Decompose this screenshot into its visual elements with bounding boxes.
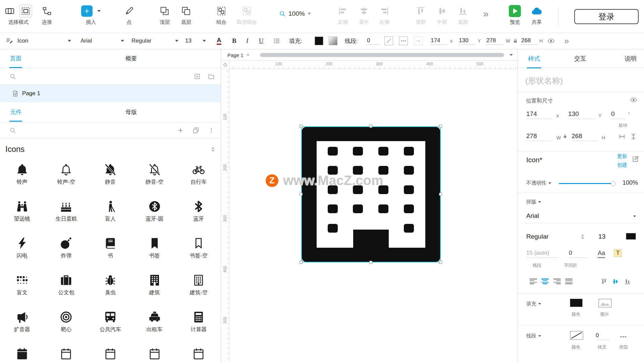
letter-spacing-input[interactable]: 0 bbox=[569, 250, 588, 258]
library-item-bookmark[interactable]: 书签 bbox=[132, 234, 177, 270]
library-item-bluetooth[interactable]: 蓝牙-圆 bbox=[132, 197, 177, 234]
group-button[interactable]: 组合 bbox=[216, 4, 226, 25]
library-item-binoculars[interactable]: 望远镜 bbox=[0, 197, 44, 234]
tab-masters[interactable]: 母版 bbox=[125, 108, 137, 116]
canvas-tab-page1[interactable]: Page 1 × bbox=[224, 49, 253, 61]
resize-handle-s[interactable] bbox=[369, 261, 372, 264]
library-item-bookmark-o[interactable]: 书签-空 bbox=[176, 234, 221, 270]
fill-gradient-swatch[interactable] bbox=[329, 37, 337, 45]
more-options-icon[interactable] bbox=[208, 127, 215, 134]
fill-color-swatch[interactable] bbox=[570, 299, 583, 307]
resize-handle-n[interactable] bbox=[369, 125, 372, 128]
tab-style[interactable]: 样式 bbox=[528, 55, 540, 63]
duplicate-icon[interactable] bbox=[193, 127, 199, 134]
lock-ratio-button[interactable] bbox=[513, 38, 518, 44]
insert-button[interactable]: 插入 bbox=[81, 4, 101, 25]
valign-bottom-button[interactable] bbox=[624, 278, 631, 285]
tab-components[interactable]: 元件 bbox=[10, 108, 21, 116]
library-item-calendar-o[interactable] bbox=[132, 344, 177, 362]
lock-ratio-button[interactable] bbox=[562, 134, 568, 139]
font-weight-select[interactable]: Regular bbox=[131, 38, 178, 44]
format-overflow-button[interactable]: » bbox=[564, 36, 569, 46]
library-item-briefcase[interactable]: 公文包 bbox=[44, 270, 89, 307]
library-item-blind[interactable]: 盲人 bbox=[88, 197, 132, 234]
y-input[interactable]: 130 bbox=[568, 110, 595, 119]
h-input[interactable]: 268 bbox=[572, 132, 598, 141]
library-item-bell-o[interactable]: 铃声-空 bbox=[44, 160, 89, 197]
line-section-label[interactable]: 线段 bbox=[526, 333, 541, 339]
visibility-button[interactable] bbox=[547, 37, 555, 45]
italic-button[interactable]: I bbox=[246, 37, 248, 45]
add-folder-icon[interactable] bbox=[208, 73, 215, 80]
tab-interaction[interactable]: 交互 bbox=[574, 55, 586, 63]
text-align-right-button[interactable] bbox=[553, 279, 561, 284]
text-align-center-button[interactable] bbox=[541, 279, 549, 284]
library-item-calendar-minus[interactable] bbox=[88, 344, 132, 362]
text-case-button[interactable]: Aa bbox=[598, 250, 605, 258]
library-item-bullhorn[interactable]: 扩音器 bbox=[0, 307, 44, 344]
select-contain-button[interactable] bbox=[19, 5, 32, 17]
library-item-bell-slash-o[interactable]: 静音-空 bbox=[132, 160, 177, 197]
fit-width-button[interactable] bbox=[619, 133, 626, 140]
font-family-select[interactable]: Arial bbox=[526, 212, 539, 220]
library-item-bluetooth-b[interactable]: 蓝牙 bbox=[176, 197, 221, 234]
line-style-swatch[interactable] bbox=[399, 37, 408, 45]
ruler-origin-button[interactable] bbox=[221, 61, 229, 69]
tab-list-caret-icon[interactable] bbox=[509, 54, 513, 56]
valign-middle-button[interactable] bbox=[612, 278, 619, 285]
close-icon[interactable]: × bbox=[247, 52, 250, 58]
tab-notes[interactable]: 说明 bbox=[625, 55, 637, 63]
h-input[interactable]: 268 bbox=[521, 37, 538, 45]
library-item-bus[interactable]: 公共汽车 bbox=[88, 307, 132, 344]
x-input[interactable]: 174 bbox=[430, 37, 447, 45]
resize-handle-w[interactable] bbox=[300, 193, 303, 196]
typography-section-label[interactable]: 排版 bbox=[526, 199, 541, 205]
library-item-braille[interactable]: 盲文 bbox=[0, 270, 44, 307]
bullet-list-button[interactable] bbox=[273, 37, 280, 45]
point-tool-button[interactable]: 点 bbox=[124, 4, 134, 25]
font-weight-select[interactable]: Regular bbox=[526, 233, 549, 240]
resize-handle-e[interactable] bbox=[439, 193, 442, 196]
opacity-slider-knob[interactable] bbox=[611, 181, 615, 186]
library-item-bomb[interactable]: 炸弹 bbox=[44, 234, 89, 270]
w-input[interactable]: 278 bbox=[526, 132, 553, 141]
bring-to-front-button[interactable]: 顶层 bbox=[160, 4, 170, 25]
fill-section-label[interactable]: 填充 bbox=[526, 301, 541, 307]
library-item-calendar-check[interactable] bbox=[44, 344, 89, 362]
insert-caret-icon[interactable] bbox=[97, 10, 101, 12]
library-item-building-o[interactable]: 建筑-空 bbox=[176, 270, 221, 307]
collapse-toggle-icon[interactable] bbox=[211, 147, 215, 152]
add-page-icon[interactable] bbox=[194, 73, 201, 80]
line-color-swatch[interactable] bbox=[570, 331, 583, 340]
library-item-bicycle[interactable]: 自行车 bbox=[176, 160, 221, 197]
library-item-bullseye[interactable]: 靶心 bbox=[44, 307, 89, 344]
chevron-down-icon[interactable] bbox=[633, 216, 636, 217]
page-tree-item[interactable]: Page 1 bbox=[0, 85, 221, 102]
font-family-select[interactable]: Arial bbox=[80, 38, 124, 44]
preview-button[interactable]: 预览 bbox=[509, 4, 521, 25]
library-item-book[interactable]: 书 bbox=[88, 234, 132, 270]
line-height-input[interactable]: 15 (auto) bbox=[526, 250, 558, 258]
resize-handle-se[interactable] bbox=[439, 261, 442, 264]
send-to-back-button[interactable]: 底层 bbox=[181, 4, 191, 25]
line-width-input[interactable]: 0 bbox=[366, 37, 380, 45]
font-size-input[interactable]: 13 bbox=[598, 233, 605, 240]
text-align-justify-button[interactable] bbox=[565, 279, 573, 284]
library-item-cab[interactable]: 出租车 bbox=[132, 307, 177, 344]
y-input[interactable]: 130 bbox=[458, 37, 476, 45]
font-size-select[interactable]: 13 bbox=[185, 38, 206, 44]
library-item-bug[interactable]: 臭虫 bbox=[88, 270, 132, 307]
bold-button[interactable]: B bbox=[232, 37, 236, 45]
line-color-swatch[interactable] bbox=[384, 37, 393, 45]
fill-image-swatch[interactable] bbox=[598, 299, 612, 308]
library-header[interactable]: Icons bbox=[0, 138, 221, 160]
library-item-bolt[interactable]: 闪电 bbox=[0, 234, 44, 270]
search-icon[interactable] bbox=[9, 127, 16, 134]
rotate-input[interactable]: 0 bbox=[611, 110, 625, 119]
connect-button[interactable]: 连接 bbox=[42, 4, 52, 25]
text-color-button[interactable]: A bbox=[217, 37, 221, 45]
library-item-bell[interactable]: 铃声 bbox=[0, 160, 44, 197]
shape-name-input[interactable]: (形状名称) bbox=[525, 75, 563, 86]
resize-handle-ne[interactable] bbox=[439, 125, 442, 128]
resize-handle-nw[interactable] bbox=[300, 125, 303, 128]
